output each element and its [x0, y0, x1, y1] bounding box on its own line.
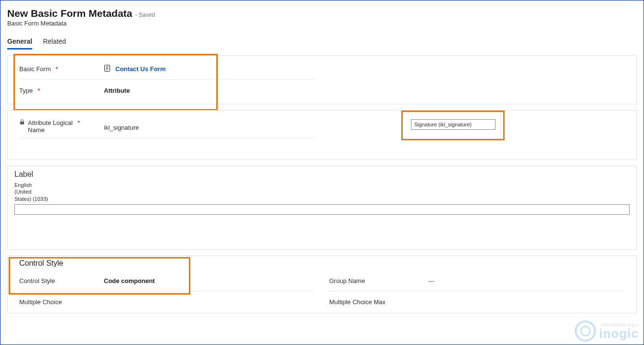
lock-icon [19, 119, 25, 126]
brand-watermark: innovative logic inogic [575, 320, 639, 342]
tab-related[interactable]: Related [43, 37, 66, 49]
attribute-value: ikl_signature [104, 124, 139, 131]
field-multiple-choice-max[interactable]: Multiple Choice Max [329, 292, 625, 313]
attribute-label-line1: Attribute Logical [28, 119, 73, 126]
label-english-input[interactable] [14, 204, 630, 215]
brand-logo-tagline: innovative logic [599, 323, 639, 327]
multiple-choice-label: Multiple Choice [19, 298, 62, 306]
save-status: - Saved [135, 12, 155, 18]
page-subtitle: Basic Form Metadata [7, 20, 637, 27]
field-type[interactable]: Type * Attribute [19, 80, 315, 101]
page-title: New Basic Form Metadata [7, 8, 132, 19]
control-style-value: Code component [104, 277, 155, 284]
field-control-style[interactable]: Control Style Code component [19, 271, 315, 292]
type-label: Type [19, 87, 33, 94]
attribute-label-line2: Name [28, 126, 45, 134]
type-value: Attribute [104, 87, 130, 94]
group-name-value: --- [428, 277, 434, 284]
section-attribute: Attribute Logical Name * ikl_signature S… [7, 110, 637, 160]
section-label: Label English (United States) (1033) [7, 166, 637, 250]
basic-form-label: Basic Form [19, 65, 51, 73]
section-control-style: Control Style Control Style Code compone… [7, 256, 637, 313]
field-group-name[interactable]: Group Name --- [329, 271, 625, 292]
group-name-label: Group Name [329, 277, 365, 284]
tab-general[interactable]: General [7, 37, 32, 49]
field-basic-form[interactable]: Basic Form * Contact Us Form [19, 59, 315, 80]
control-style-label: Control Style [19, 277, 55, 284]
brand-logo-icon [575, 320, 596, 342]
label-language: English (United States) (1033) [8, 182, 56, 202]
brand-logo-name: inogic [599, 327, 639, 340]
tab-bar: General Related [7, 37, 637, 49]
field-multiple-choice[interactable]: Multiple Choice [19, 292, 315, 313]
section-basic: Basic Form * Contact Us Form Type * [7, 55, 637, 104]
multiple-choice-max-label: Multiple Choice Max [329, 298, 385, 306]
field-attribute-logical-name[interactable]: ikl_signature [101, 119, 315, 131]
page-header: New Basic Form Metadata - Saved [7, 8, 637, 19]
basic-form-link[interactable]: Contact Us Form [115, 65, 166, 73]
form-icon [104, 64, 111, 74]
label-heading: Label [8, 166, 636, 182]
control-style-heading: Control Style [19, 257, 625, 271]
prototype-attribute-box[interactable]: Signature (ikl_signature) [411, 119, 495, 130]
